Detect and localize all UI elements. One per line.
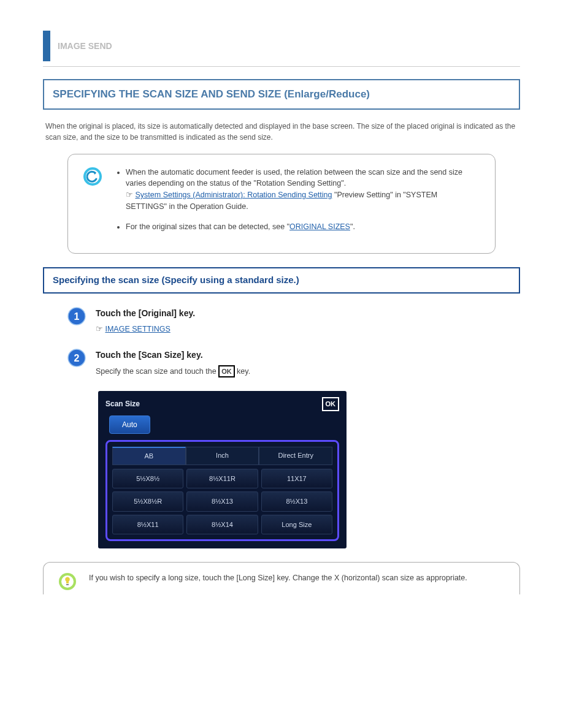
- section-description: When the original is placed, its size is…: [43, 121, 520, 143]
- size-button[interactable]: 5½X8½: [112, 469, 183, 489]
- step-number-icon: 1: [67, 307, 86, 325]
- step-number-icon: 2: [67, 349, 86, 367]
- info-icon: [83, 167, 102, 186]
- info-list: When the automatic document feeder is us…: [115, 167, 480, 241]
- highlight-box: AB Inch Direct Entry 5½X8½ 8½X11R 11X17 …: [105, 440, 339, 541]
- info-item: For the original sizes that can be detec…: [126, 221, 480, 233]
- size-button[interactable]: 8½X14: [186, 515, 258, 535]
- chapter-accent: [43, 31, 50, 61]
- size-button[interactable]: Long Size: [261, 515, 332, 535]
- step-title: Touch the [Original] key.: [96, 307, 520, 320]
- tip-text: If you wish to specify a long size, touc…: [89, 572, 467, 588]
- info-item: When the automatic document feeder is us…: [126, 167, 480, 213]
- size-button[interactable]: 5½X8½R: [112, 491, 183, 512]
- size-button[interactable]: 8½X11R: [186, 469, 258, 489]
- info-link[interactable]: ORIGINAL SIZES: [289, 222, 350, 231]
- step-2: 2 Touch the [Scan Size] key. Specify the…: [67, 349, 520, 381]
- size-button[interactable]: 11X17: [261, 469, 332, 489]
- size-button[interactable]: 8½X11: [112, 515, 183, 535]
- auto-button[interactable]: Auto: [109, 415, 150, 434]
- tab-direct-entry[interactable]: Direct Entry: [259, 447, 332, 465]
- tab-ab[interactable]: AB: [112, 447, 186, 465]
- ok-icon: OK: [218, 365, 235, 378]
- step-1: 1 Touch the [Original] key. ☞ IMAGE SETT…: [67, 307, 520, 338]
- step-title: Touch the [Scan Size] key.: [96, 349, 520, 362]
- subsection-title-box: Specifying the scan size (Specify using …: [43, 267, 520, 294]
- tip-box: If you wish to specify a long size, touc…: [43, 562, 520, 594]
- section-title-box: SPECIFYING THE SCAN SIZE AND SEND SIZE (…: [43, 79, 520, 110]
- screen-title: Scan Size: [105, 398, 339, 409]
- chapter-label: IMAGE SEND: [58, 40, 112, 53]
- section-title: SPECIFYING THE SCAN SIZE AND SEND SIZE (…: [53, 88, 370, 100]
- step-link[interactable]: IMAGE SETTINGS: [105, 325, 170, 333]
- size-button[interactable]: 8½X13: [186, 491, 258, 512]
- tab-inch[interactable]: Inch: [186, 447, 259, 465]
- svg-rect-10: [66, 584, 69, 585]
- svg-text:2: 2: [74, 353, 80, 363]
- info-box: When the automatic document feeder is us…: [67, 154, 496, 254]
- tab-row: AB Inch Direct Entry: [112, 447, 332, 465]
- size-grid: 5½X8½ 8½X11R 11X17 5½X8½R 8½X13 8½X13 8½…: [112, 469, 332, 535]
- step-desc: ☞ IMAGE SETTINGS: [96, 324, 520, 335]
- step-desc: Specify the scan size and touch the OK k…: [96, 365, 520, 378]
- ok-button[interactable]: OK: [322, 397, 340, 411]
- tip-icon: [58, 572, 77, 591]
- subsection-title: Specifying the scan size (Specify using …: [53, 275, 299, 285]
- device-screenshot: Scan Size OK Auto AB Inch Direct Entry 5…: [98, 391, 347, 548]
- size-button[interactable]: 8½X13: [261, 491, 332, 512]
- info-link[interactable]: System Settings (Administrator): Rotatio…: [135, 191, 332, 199]
- svg-text:1: 1: [74, 311, 80, 322]
- chapter-header: IMAGE SEND: [43, 31, 520, 67]
